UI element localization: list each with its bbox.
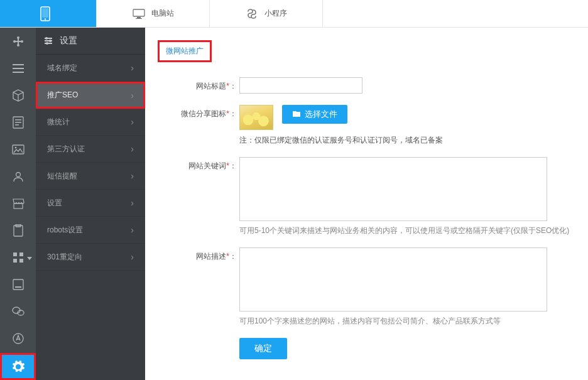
iconbar-book[interactable] bbox=[0, 271, 36, 298]
tab-desktop-label: 电脑站 bbox=[151, 8, 174, 19]
sidebar-item-seo[interactable]: 推广SEO› bbox=[36, 82, 145, 109]
hint-keywords: 可用5-10个关键词来描述与网站业务相关的内容，可以使用逗号或空格隔开关键字(仅… bbox=[239, 225, 588, 236]
miniprogram-icon bbox=[246, 8, 258, 20]
chevron-right-icon: › bbox=[131, 252, 134, 262]
iconbar-shop[interactable] bbox=[0, 190, 36, 217]
desktop-icon bbox=[133, 9, 145, 19]
svg-rect-17 bbox=[15, 122, 21, 123]
chevron-right-icon: › bbox=[131, 198, 134, 208]
svg-point-39 bbox=[46, 42, 48, 45]
share-note: 注：仅限已绑定微信的认证服务号和认证订阅号，域名已备案 bbox=[239, 135, 588, 146]
chevron-right-icon: › bbox=[131, 225, 134, 235]
settings-subpanel: 设置 域名绑定› 推广SEO› 微统计› 第三方认证› 短信提醒› 设置› ro… bbox=[36, 28, 145, 380]
hint-desc: 可用100个字来描述您的网站，描述内容可包括公司简介、核心产品联系方式等 bbox=[239, 316, 588, 327]
sidebar-item-301[interactable]: 301重定向› bbox=[36, 244, 145, 271]
subpanel-title: 设置 bbox=[60, 35, 77, 46]
svg-point-21 bbox=[16, 172, 20, 176]
label-desc: 网站描述*： bbox=[158, 247, 239, 327]
svg-rect-22 bbox=[14, 204, 23, 209]
svg-rect-29 bbox=[13, 280, 23, 290]
iconbar-image[interactable] bbox=[0, 136, 36, 163]
chevron-right-icon: › bbox=[131, 117, 134, 127]
iconbar-clipboard[interactable] bbox=[0, 217, 36, 244]
svg-rect-16 bbox=[15, 119, 21, 121]
svg-point-11 bbox=[17, 44, 19, 46]
label-share-icon: 微信分享图标*： bbox=[158, 105, 239, 146]
svg-point-8 bbox=[13, 40, 16, 43]
textarea-desc[interactable] bbox=[239, 247, 547, 312]
label-site-title: 网站标题*： bbox=[158, 77, 239, 94]
svg-rect-27 bbox=[13, 259, 17, 263]
caret-down-icon bbox=[27, 253, 32, 262]
svg-point-38 bbox=[49, 40, 52, 42]
svg-rect-4 bbox=[137, 17, 141, 18]
iconbar-add[interactable] bbox=[0, 28, 36, 55]
iconbar-list[interactable] bbox=[0, 55, 36, 82]
subpanel-header: 设置 bbox=[36, 28, 145, 55]
main-content: 微网站推广 网站标题*： 微信分享图标*： 选择文件 注：仅限已绑定微信的认证服… bbox=[145, 28, 588, 380]
svg-point-2 bbox=[44, 18, 45, 19]
mobile-icon bbox=[40, 6, 50, 21]
svg-rect-3 bbox=[133, 9, 144, 16]
iconbar-grid[interactable] bbox=[0, 244, 36, 271]
svg-point-37 bbox=[45, 37, 48, 40]
sidebar-item-stats[interactable]: 微统计› bbox=[36, 109, 145, 136]
chevron-right-icon: › bbox=[131, 90, 134, 100]
svg-rect-13 bbox=[13, 68, 24, 69]
chevron-right-icon: › bbox=[131, 63, 134, 73]
iconbar-user[interactable] bbox=[0, 163, 36, 190]
sidebar-item-auth[interactable]: 第三方认证› bbox=[36, 136, 145, 163]
svg-point-9 bbox=[21, 40, 23, 43]
tab-desktop[interactable]: 电脑站 bbox=[97, 0, 210, 27]
folder-icon bbox=[292, 110, 301, 119]
topbar: 电脑站 小程序 bbox=[0, 0, 588, 28]
tab-miniprogram[interactable]: 小程序 bbox=[210, 0, 323, 27]
chevron-right-icon: › bbox=[131, 171, 134, 181]
sidebar-item-domain[interactable]: 域名绑定› bbox=[36, 55, 145, 82]
settings-header-icon bbox=[43, 36, 53, 46]
iconbar-doc[interactable] bbox=[0, 109, 36, 136]
tab-mobile[interactable] bbox=[0, 0, 97, 27]
sidebar-item-config[interactable]: 设置› bbox=[36, 190, 145, 217]
svg-rect-30 bbox=[15, 286, 21, 288]
svg-rect-1 bbox=[42, 8, 48, 18]
sidebar-item-sms[interactable]: 短信提醒› bbox=[36, 163, 145, 190]
iconbar-app[interactable] bbox=[0, 325, 36, 352]
iconbar-settings[interactable] bbox=[0, 353, 36, 380]
tab-miniprogram-label: 小程序 bbox=[264, 8, 287, 19]
upload-button[interactable]: 选择文件 bbox=[282, 105, 347, 124]
svg-rect-5 bbox=[136, 18, 142, 19]
iconbar bbox=[0, 28, 36, 380]
input-site-title[interactable] bbox=[239, 77, 362, 94]
chevron-right-icon: › bbox=[131, 144, 134, 154]
svg-point-10 bbox=[17, 36, 19, 39]
submit-button[interactable]: 确定 bbox=[239, 338, 287, 359]
label-keywords: 网站关键词*： bbox=[158, 157, 239, 236]
iconbar-cube[interactable] bbox=[0, 82, 36, 109]
thumb-preview bbox=[239, 105, 273, 130]
iconbar-wechat[interactable] bbox=[0, 298, 36, 325]
textarea-keywords[interactable] bbox=[239, 157, 547, 221]
sidebar-item-robots[interactable]: robots设置› bbox=[36, 217, 145, 244]
breadcrumb[interactable]: 微网站推广 bbox=[158, 40, 212, 62]
svg-rect-25 bbox=[13, 252, 17, 256]
svg-rect-14 bbox=[13, 72, 24, 73]
svg-rect-28 bbox=[19, 259, 23, 263]
svg-rect-26 bbox=[19, 252, 23, 256]
svg-point-20 bbox=[14, 146, 16, 148]
svg-rect-12 bbox=[13, 64, 24, 65]
svg-rect-18 bbox=[15, 124, 19, 126]
